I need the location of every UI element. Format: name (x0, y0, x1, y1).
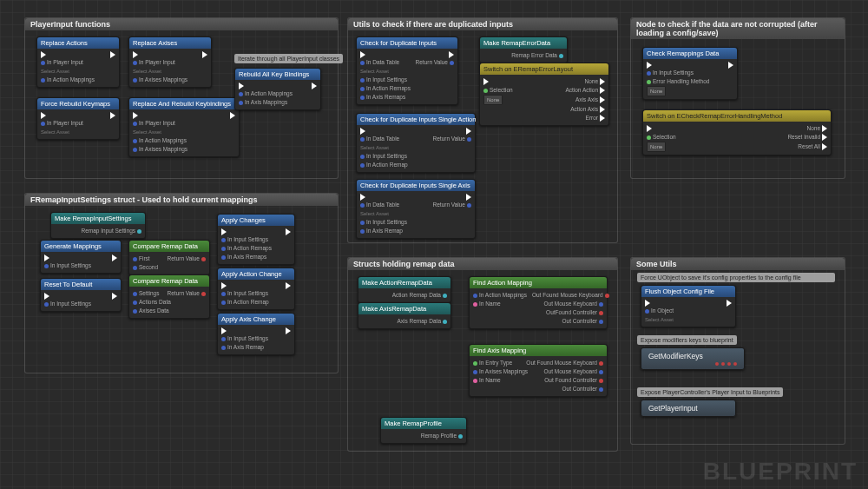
node-replace-rebuild[interactable]: Replace And Rebuild Keybindings In Playe… (128, 97, 240, 157)
node-get-player-input[interactable]: GetPlayerInput (641, 400, 736, 417)
node-switch-layout[interactable]: Switch on ERemapErrorLayout None Selecti… (479, 63, 609, 126)
node-force-rebuild[interactable]: Force Rebuild Keymaps In Player Input Se… (36, 97, 120, 140)
comment-iterate: Iterate through all PlayerInput classes (234, 54, 343, 63)
group-title: PlayerInput functions (25, 18, 338, 30)
node-apply-changes[interactable]: Apply Changes In Input Settings In Actio… (217, 214, 295, 265)
node-check-dup-action[interactable]: Check for Duplicate Inputs Single Action… (356, 113, 476, 173)
node-get-modifier-keys[interactable]: GetModifierKeys (641, 347, 745, 370)
node-check-remap[interactable]: Check Remappings Data In Input Settings … (642, 47, 738, 100)
node-generate-mappings[interactable]: Generate Mappings In Input Settings (40, 240, 122, 274)
node-rebuild-all[interactable]: Rebuild All Key Bindings In Action Mappi… (234, 68, 321, 110)
node-flush-config[interactable]: Flush Object Config File In Object Selec… (641, 285, 736, 327)
node-make-action-remap[interactable]: Make ActionRemapData Action Remap Data (358, 276, 451, 303)
node-make-error[interactable]: Make RemapErrorData Remap Error Data (479, 36, 568, 63)
watermark: BLUEPRINT (703, 458, 858, 486)
node-title: Force Rebuild Keymaps (37, 98, 119, 109)
node-compare-2[interactable]: Compare Remap Data SettingsReturn Value … (128, 274, 210, 319)
node-title: Rebuild All Key Bindings (235, 69, 320, 80)
comment-expose-playerinput: Expose PlayerController's Player Input t… (637, 387, 783, 397)
node-title: Replace Actions (37, 37, 119, 49)
comment-expose-modifiers: Expose modifiers keys to blueprint (637, 335, 737, 345)
node-find-action[interactable]: Find Action Mapping In Action MappingsOu… (469, 276, 608, 329)
node-switch-method[interactable]: Switch on ECheckRemapErrorHandlingMethod… (642, 109, 832, 155)
node-replace-actions[interactable]: Replace Actions In Player Input Select A… (36, 36, 120, 88)
node-title: Replace Axises (129, 37, 211, 49)
node-make-profile[interactable]: Make RemapProfile Remap Profile (380, 417, 467, 444)
node-title: Replace And Rebuild Keybindings (129, 98, 239, 109)
node-apply-axis[interactable]: Apply Axis Change In Input Settings In A… (217, 313, 295, 355)
node-check-dup[interactable]: Check for Duplicate Inputs In Data Table… (356, 36, 458, 105)
node-replace-axises[interactable]: Replace Axises In Player Input Select As… (128, 36, 212, 88)
node-compare-1[interactable]: Compare Remap Data FirstReturn Value Sec… (128, 240, 210, 275)
group-title: FRemapInputSettings struct - Used to hol… (25, 194, 338, 206)
comment-force-uobject: Force UObject to save it's config proper… (637, 273, 835, 282)
node-apply-action[interactable]: Apply Action Change In Input Settings In… (217, 268, 295, 310)
node-find-axis[interactable]: Find Axis Mapping In Entry TypeOut Found… (469, 344, 608, 397)
node-reset-default[interactable]: Reset To Default In Input Settings (40, 278, 122, 312)
node-check-dup-axis[interactable]: Check for Duplicate Inputs Single Axis I… (356, 179, 476, 239)
node-make-axis-remap[interactable]: Make AxisRemapData Axis Remap Data (358, 302, 451, 329)
node-make-settings[interactable]: Make RemapInputSettings Remap Input Sett… (50, 212, 146, 239)
